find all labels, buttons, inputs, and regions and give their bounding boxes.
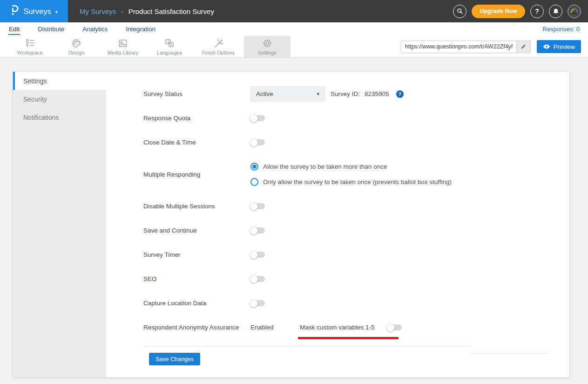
media-library-icon: [117, 38, 128, 48]
survey-status-label: Survey Status: [143, 90, 250, 97]
bell-icon: [553, 8, 559, 15]
anonymity-status-value: Enabled: [250, 324, 300, 331]
response-quota-label: Response Quota: [143, 115, 250, 122]
design-palette-icon: [71, 38, 81, 48]
respondent-anonymity-label: Respondent Anonymity Assurance: [143, 324, 250, 331]
survey-status-select[interactable]: Active ▾: [250, 86, 325, 102]
red-highlight-underline: [298, 337, 399, 339]
tab-distribute[interactable]: Distribute: [37, 24, 65, 35]
toolbar-item-label: Workspace: [17, 50, 43, 55]
tab-edit[interactable]: Edit: [8, 24, 20, 35]
search-icon: [457, 8, 463, 14]
save-changes-button[interactable]: Save Changes: [149, 353, 200, 365]
toolbar-item-label: Settings: [258, 50, 277, 55]
preview-label: Preview: [554, 43, 575, 50]
settings-gear-icon: [262, 38, 272, 48]
response-quota-toggle[interactable]: [250, 115, 265, 121]
toolbar-item-finish-options[interactable]: Finish Options: [193, 36, 244, 57]
finish-options-wand-icon: [213, 38, 224, 48]
tab-integration[interactable]: Integration: [125, 24, 156, 35]
notifications-button[interactable]: [549, 5, 562, 18]
search-button[interactable]: [453, 5, 466, 18]
user-avatar[interactable]: [568, 5, 581, 18]
radio-option-once-only[interactable]: Only allow the survey to be taken once (…: [250, 174, 452, 190]
breadcrumb-my-surveys[interactable]: My Surveys: [80, 7, 116, 15]
row-save-and-continue: Save and Continue: [143, 223, 569, 238]
radio-option-label: Only allow the survey to be taken once (…: [263, 178, 452, 185]
save-and-continue-label: Save and Continue: [143, 227, 250, 234]
sidebar-item-settings[interactable]: Settings: [13, 72, 106, 90]
radio-button-icon[interactable]: [250, 178, 258, 186]
row-respondent-anonymity: Respondent Anonymity Assurance Enabled M…: [143, 320, 569, 335]
toggle-knob: [250, 299, 258, 308]
row-response-quota: Response Quota: [143, 110, 569, 126]
toggle-knob: [250, 226, 258, 235]
close-date-time-label: Close Date & Time: [143, 139, 250, 146]
toolbar-right-group: Preview: [401, 36, 588, 57]
upgrade-now-button[interactable]: Upgrade Now: [472, 5, 525, 18]
toggle-knob: [386, 323, 395, 332]
svg-text:A: A: [170, 42, 172, 46]
survey-url-input[interactable]: [401, 41, 516, 53]
toggle-knob: [250, 114, 258, 123]
sidebar-item-security[interactable]: Security: [13, 90, 106, 108]
toolbar-item-workspace[interactable]: Workspace: [7, 36, 53, 57]
radio-option-label: Allow the survey to be taken more than o…: [263, 163, 387, 170]
seo-toggle[interactable]: [250, 276, 265, 282]
breadcrumb: My Surveys › Product Satisfaction Survey: [80, 7, 214, 15]
help-icon[interactable]: ?: [396, 90, 404, 98]
radio-option-multiple-allowed[interactable]: Allow the survey to be taken more than o…: [250, 159, 452, 174]
help-button[interactable]: ?: [530, 5, 544, 18]
secondary-divider: [470, 353, 549, 354]
settings-panel: Survey Status Active ▾ Survey ID: 823590…: [106, 72, 569, 377]
settings-card: Settings Security Notifications Survey S…: [13, 72, 569, 377]
row-multiple-responding: Multiple Responding Allow the survey to …: [143, 159, 569, 190]
preview-button[interactable]: Preview: [537, 40, 581, 53]
toggle-knob: [250, 251, 258, 259]
product-name: Surveys: [23, 7, 51, 16]
header-actions: Upgrade Now ?: [453, 5, 588, 18]
survey-status-value: Active: [256, 90, 273, 97]
row-disable-multiple-sessions: Disable Multiple Sessions: [143, 199, 569, 214]
toggle-knob: [250, 275, 258, 283]
survey-timer-toggle[interactable]: [250, 252, 265, 258]
workspace-icon: [24, 38, 35, 48]
toolbar-item-settings[interactable]: Settings: [244, 36, 291, 57]
multiple-responding-label: Multiple Responding: [143, 171, 250, 178]
settings-sidebar: Settings Security Notifications: [13, 72, 106, 377]
page-content: Settings Security Notifications Survey S…: [0, 58, 588, 377]
toggle-knob: [250, 202, 258, 211]
edit-url-button[interactable]: [516, 41, 530, 53]
app-logo-menu[interactable]: Surveys ▾: [0, 0, 68, 22]
mask-custom-variables-toggle[interactable]: [387, 324, 402, 330]
tab-analytics[interactable]: Analytics: [82, 24, 108, 35]
toolbar-item-design[interactable]: Design: [53, 36, 100, 57]
radio-dot: [252, 165, 257, 169]
toolbar-item-languages[interactable]: 文 A Languages: [146, 36, 193, 57]
toolbar-item-label: Languages: [157, 50, 182, 55]
save-and-continue-toggle[interactable]: [250, 227, 265, 233]
capture-location-data-label: Capture Location Data: [143, 300, 250, 307]
disable-multiple-sessions-label: Disable Multiple Sessions: [143, 203, 250, 210]
breadcrumb-survey-title: Product Satisfaction Survey: [128, 7, 214, 15]
seo-label: SEO: [143, 275, 250, 282]
languages-icon: 文 A: [164, 38, 175, 48]
capture-location-data-toggle[interactable]: [250, 300, 265, 306]
toolbar-item-media-library[interactable]: Media Library: [100, 36, 146, 57]
survey-timer-label: Survey Timer: [143, 251, 250, 258]
close-date-time-toggle[interactable]: [250, 139, 265, 145]
chevron-down-icon: ▾: [317, 91, 319, 97]
row-close-date-time: Close Date & Time: [143, 135, 569, 150]
row-capture-location-data: Capture Location Data: [143, 295, 569, 311]
sidebar-item-notifications[interactable]: Notifications: [13, 108, 106, 126]
responses-count[interactable]: Responses: 0: [543, 26, 580, 33]
questionpro-logo-icon: [10, 4, 19, 18]
breadcrumb-separator-icon: ›: [121, 8, 123, 15]
row-survey-status: Survey Status Active ▾ Survey ID: 823590…: [143, 86, 569, 102]
radio-button-icon[interactable]: [250, 163, 258, 171]
avatar-logo-icon: [570, 7, 579, 16]
disable-multiple-sessions-toggle[interactable]: [250, 203, 265, 209]
toolbar-item-label: Finish Options: [202, 50, 235, 55]
footer-divider: [143, 346, 470, 347]
survey-url-box: [401, 41, 531, 53]
